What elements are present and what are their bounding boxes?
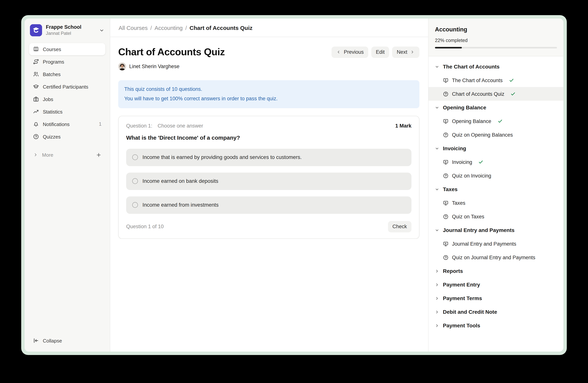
collapse-label: Collapse (43, 338, 62, 344)
sidebar-item-label: Quizzes (43, 134, 61, 139)
question-text: What is the 'Direct Income' of a company… (126, 134, 411, 141)
answer-option-3[interactable]: Income earned from investments (126, 196, 411, 214)
course-completed-label: 22% completed (435, 38, 557, 43)
previous-button[interactable]: Previous (332, 46, 368, 58)
chapter-taxes[interactable]: Taxes (428, 182, 563, 196)
chapter-journal-entry-and-payments[interactable]: Journal Entry and Payments (428, 223, 563, 237)
chevron-right-icon (435, 282, 440, 287)
sidebar-item-label: Courses (43, 46, 61, 52)
answer-option-label: Income earned on bank deposits (143, 178, 218, 184)
next-button[interactable]: Next (392, 46, 420, 58)
sidebar-item-statistics[interactable]: Statistics (29, 106, 105, 118)
chapter-label: The Chart of Accounts (443, 64, 500, 70)
lesson-quiz-on-taxes[interactable]: Quiz on Taxes (428, 210, 563, 223)
sidebar-more-label: More (42, 152, 53, 158)
lesson-icon (443, 118, 449, 124)
chapter-payment-tools[interactable]: Payment Tools (428, 319, 563, 332)
header-buttons: Previous Edit Next (332, 46, 420, 58)
breadcrumb-separator: / (150, 24, 152, 31)
course-title: Accounting (435, 26, 557, 33)
sidebar-item-certified-participants[interactable]: Certified Participants (29, 81, 105, 93)
chapter-the-chart-of-accounts[interactable]: The Chart of Accounts (428, 60, 563, 74)
quiz-icon (443, 91, 449, 97)
sidebar-item-programs[interactable]: Programs (29, 56, 105, 68)
chapter-debit-and-credit-note[interactable]: Debit and Credit Note (428, 305, 563, 319)
course-header: Accounting 22% completed (428, 19, 563, 57)
route-icon (33, 59, 39, 65)
sidebar-more[interactable]: More (29, 149, 105, 161)
chevron-right-icon (435, 296, 440, 301)
lesson-invoicing[interactable]: Invoicing (428, 155, 563, 169)
bell-icon (33, 121, 39, 127)
answer-option-1[interactable]: Income that is earned by providing goods… (126, 149, 411, 166)
edit-button[interactable]: Edit (371, 46, 389, 58)
sidebar-item-jobs[interactable]: Jobs (29, 93, 105, 105)
lesson-quiz-on-opening-balances[interactable]: Quiz on Opening Balances (428, 128, 563, 142)
sidebar-item-quizzes[interactable]: Quizzes (29, 131, 105, 143)
sidebar-item-courses[interactable]: Courses (29, 43, 105, 55)
course-progress-fill (435, 47, 462, 48)
radio-button[interactable] (132, 178, 138, 184)
chapter-invoicing[interactable]: Invoicing (428, 142, 563, 155)
chapter-payment-terms[interactable]: Payment Terms (428, 291, 563, 305)
left-sidebar: Frappe School Jannat Patel Courses Progr… (25, 19, 110, 352)
author-row: Linet Sherin Varghese (118, 62, 420, 70)
main-area: All Courses / Accounting / Chart of Acco… (110, 19, 428, 352)
quiz-icon (443, 173, 449, 178)
plus-icon[interactable] (96, 152, 102, 158)
edit-button-label: Edit (376, 49, 385, 55)
sidebar-item-batches[interactable]: Batches (29, 68, 105, 80)
radio-button[interactable] (132, 154, 138, 160)
previous-button-label: Previous (344, 49, 364, 55)
app-window: Frappe School Jannat Patel Courses Progr… (21, 15, 567, 355)
school-user-name: Jannat Patel (46, 31, 82, 36)
check-button[interactable]: Check (388, 221, 411, 232)
quiz-notice-line1: This quiz consists of 10 questions. (124, 85, 413, 94)
author-name: Linet Sherin Varghese (129, 64, 179, 69)
chevron-left-icon (336, 50, 341, 55)
lesson-quiz-on-journal-entry-and-payments[interactable]: Quiz on Journal Entry and Payments (428, 250, 563, 264)
chapter-opening-balance[interactable]: Opening Balance (428, 101, 563, 114)
lesson-the-chart-of-accounts[interactable]: The Chart of Accounts (428, 74, 563, 87)
chevron-down-icon (435, 228, 440, 232)
lesson-icon (443, 241, 449, 247)
lesson-label: Quiz on Taxes (452, 214, 484, 219)
check-button-label: Check (392, 224, 407, 230)
lesson-label: Journal Entry and Payments (452, 241, 516, 247)
sidebar-item-label: Notifications (43, 121, 70, 127)
sidebar-item-notifications[interactable]: Notifications 1 (29, 118, 105, 130)
course-outline-panel: Accounting 22% completed The Chart of Ac… (428, 19, 563, 352)
graduation-cap-icon (33, 84, 39, 90)
briefcase-icon (33, 96, 39, 102)
answer-option-2[interactable]: Income earned on bank deposits (126, 172, 411, 190)
quiz-icon (443, 132, 449, 137)
breadcrumb-all-courses[interactable]: All Courses (119, 24, 147, 31)
chevron-down-icon (435, 187, 440, 192)
lesson-chart-of-accounts-quiz[interactable]: Chart of Accounts Quiz (428, 87, 563, 101)
sidebar-item-label: Programs (43, 59, 64, 64)
quiz-icon (443, 254, 449, 260)
sidebar-menu: Courses Programs Batches Certified Parti… (29, 43, 105, 143)
lesson-taxes[interactable]: Taxes (428, 196, 563, 210)
chevron-down-icon (99, 27, 105, 33)
chapter-payment-entry[interactable]: Payment Entry (428, 278, 563, 291)
chapter-reports[interactable]: Reports (428, 264, 563, 278)
check-icon (497, 118, 503, 124)
collapse-sidebar-button[interactable]: Collapse (29, 335, 105, 346)
lesson-journal-entry-and-payments[interactable]: Journal Entry and Payments (428, 237, 563, 250)
school-switcher[interactable]: Frappe School Jannat Patel (29, 23, 105, 37)
chapter-label: Invoicing (443, 145, 466, 151)
graduation-cap-logo-icon (30, 24, 42, 36)
question-progress-label: Question 1 of 10 (126, 224, 164, 230)
question-number-label: Question 1: (126, 123, 152, 129)
radio-button[interactable] (132, 202, 138, 208)
chapter-label: Opening Balance (443, 104, 486, 111)
breadcrumb-accounting[interactable]: Accounting (155, 24, 183, 31)
lesson-opening-balance[interactable]: Opening Balance (428, 114, 563, 128)
sidebar-item-label: Certified Participants (43, 84, 88, 90)
lesson-label: Quiz on Opening Balances (452, 132, 513, 137)
lesson-quiz-on-invoicing[interactable]: Quiz on Invoicing (428, 169, 563, 182)
frappe-school-logo (30, 24, 42, 36)
page-title: Chart of Accounts Quiz (118, 46, 225, 58)
question-mark-value: 1 Mark (395, 123, 411, 129)
